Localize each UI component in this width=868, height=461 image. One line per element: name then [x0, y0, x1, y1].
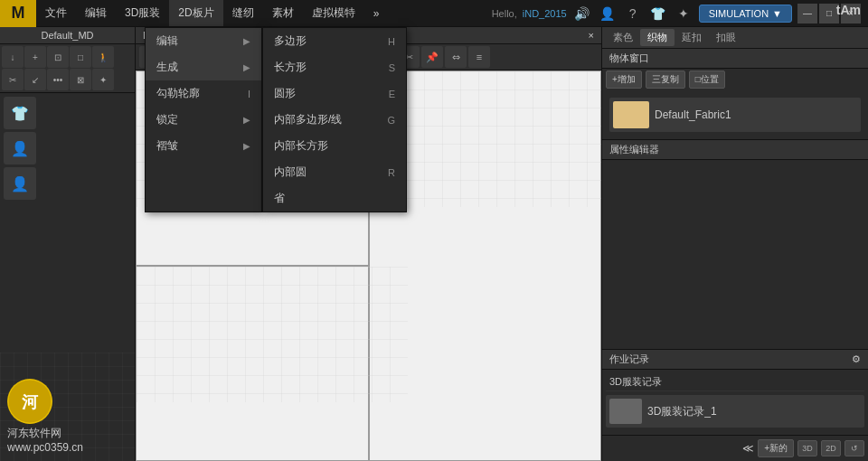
fabric-section: tAm Default_Fabric1	[602, 90, 868, 139]
tool-add[interactable]: +	[24, 46, 46, 68]
menu-sewing[interactable]: 缝纫	[223, 0, 263, 26]
outline-label: 勾勒轮廓	[156, 86, 200, 101]
2d-view-button[interactable]: 2D	[821, 440, 841, 456]
outline-shortcut: I	[248, 89, 250, 99]
ct-pin[interactable]: 📌	[421, 46, 443, 68]
menu-virtual-model[interactable]: 虚拟模特	[303, 0, 364, 26]
center-close-icon[interactable]: ×	[589, 30, 594, 41]
add-fabric-button[interactable]: +增加	[606, 71, 642, 89]
lock-label: 锁定	[156, 112, 178, 127]
fabric-item[interactable]: Default_Fabric1	[609, 98, 861, 132]
top-bar: M 文件 编辑 3D服装 2D板片 缝纫 素材 虚拟模特 » Hello, iN…	[0, 0, 868, 27]
main-layout: Default_MD ↓ + ⊡ □ 🚶 ✂ ↙ ••• ⊠ ✦ 👕 👤 👤	[0, 27, 868, 461]
refresh-view-button[interactable]: ↺	[844, 440, 864, 456]
edit-label: 编辑	[156, 33, 178, 49]
watermark-text2: www.pc0359.cn	[7, 441, 83, 454]
attr-editor-content	[602, 160, 868, 349]
work-log-title: 作业记录 ⚙	[602, 350, 868, 370]
simulation-button[interactable]: SIMULATION ▼	[699, 5, 792, 23]
tool-cut[interactable]: ✂	[2, 69, 24, 90]
collapse-icon[interactable]: ≪	[742, 442, 754, 455]
username: iND_2015	[523, 8, 567, 19]
tool-more[interactable]: •••	[47, 69, 69, 90]
sound-icon[interactable]: 🔊	[572, 4, 592, 24]
menu-edit[interactable]: 编辑	[76, 0, 116, 26]
person-icon-1[interactable]: 👤	[4, 132, 36, 165]
pleat-arrow: ▶	[243, 141, 250, 151]
dart-label: 省	[274, 191, 285, 206]
left-panel-title: Default_MD	[0, 27, 135, 44]
watermark: 河 河东软件网 www.pc0359.cn	[7, 379, 83, 454]
new-button[interactable]: +新的	[758, 439, 794, 457]
menu-more[interactable]: »	[364, 0, 389, 26]
garment-log-item[interactable]: 3D服装记录_1	[606, 395, 864, 428]
tool-figure1[interactable]: 🚶	[92, 46, 114, 68]
person-icon-2[interactable]: 👤	[4, 167, 36, 200]
rectangle-shortcut: S	[389, 62, 395, 73]
tool-grid[interactable]: ⊡	[47, 46, 69, 68]
submenu-rectangle[interactable]: 长方形 S	[263, 54, 406, 80]
tab-fabric[interactable]: 织物	[640, 29, 675, 46]
work-log-icon[interactable]: ⚙	[852, 353, 861, 365]
svg-rect-3	[137, 267, 408, 402]
submenu-dart[interactable]: 省	[263, 185, 406, 212]
star-icon[interactable]: ✦	[674, 4, 693, 24]
shirt-icon-left[interactable]: 👕	[4, 97, 36, 129]
attr-editor-title: 属性编辑器	[602, 139, 868, 160]
menu-material[interactable]: 素材	[263, 0, 303, 26]
fabric-name: Default_Fabric1	[655, 108, 731, 121]
tool-arrow[interactable]: ↙	[24, 69, 46, 90]
menu-bar: 文件 编辑 3D服装 2D板片 缝纫 素材 虚拟模特 »	[36, 0, 492, 26]
ct-mirror[interactable]: ⇔	[445, 46, 467, 68]
user-icon[interactable]: 👤	[598, 4, 618, 24]
simulation-label: SIMULATION	[709, 8, 769, 19]
right-panel: 素色 织物 延扣 扣眼 物体窗口 +增加 三复制 □位置 tAm Default…	[601, 27, 868, 461]
help-icon[interactable]: ?	[623, 4, 643, 24]
tool-star[interactable]: ✦	[92, 69, 114, 90]
position-button[interactable]: □位置	[689, 71, 725, 89]
copy-fabric-button[interactable]: 三复制	[646, 71, 685, 89]
inner-rectangle-label: 内部长方形	[274, 138, 328, 154]
submenu-polygon[interactable]: 多边形 H	[263, 28, 406, 54]
menu-item-edit[interactable]: 编辑 ▶	[146, 28, 261, 54]
menu-item-lock[interactable]: 锁定 ▶	[146, 107, 261, 133]
tool-cross[interactable]: ⊠	[70, 69, 91, 90]
tab-buttonhole[interactable]: 扣眼	[709, 29, 743, 46]
level1-menu: 编辑 ▶ 生成 ▶ 勾勒轮廓 I 锁定 ▶ 褶皱 ▶	[145, 27, 262, 212]
3d-view-button[interactable]: 3D	[797, 440, 817, 456]
menu-3d-garment[interactable]: 3D服装	[116, 0, 169, 26]
menu-item-outline[interactable]: 勾勒轮廓 I	[146, 80, 261, 107]
inner-circle-shortcut: R	[388, 167, 395, 178]
work-log-section: 作业记录 ⚙ 3D服装记录 3D服装记录_1 ≪ +新的 3D 2D ↺	[602, 349, 868, 461]
generate-arrow: ▶	[243, 62, 250, 72]
polygon-shortcut: H	[388, 36, 395, 47]
submenu-circle[interactable]: 圆形 E	[263, 80, 406, 107]
right-content: 物体窗口 +增加 三复制 □位置 tAm Default_Fabric1 属性编…	[602, 49, 868, 349]
shirt-icon[interactable]: 👕	[648, 4, 668, 24]
circle-shortcut: E	[389, 89, 395, 99]
minimize-button[interactable]: —	[797, 4, 817, 24]
circle-label: 圆形	[274, 86, 296, 101]
edit-arrow: ▶	[243, 36, 250, 46]
right-tabs: 素色 织物 延扣 扣眼	[602, 27, 868, 49]
submenu-inner-polygon[interactable]: 内部多边形/线 G	[263, 107, 406, 133]
tool-square[interactable]: □	[70, 46, 91, 68]
menu-item-generate[interactable]: 生成 ▶	[146, 54, 261, 80]
inner-polygon-shortcut: G	[387, 115, 395, 126]
tool-down-arrow[interactable]: ↓	[2, 46, 24, 68]
generate-label: 生成	[156, 60, 178, 75]
tab-button[interactable]: 延扣	[675, 29, 709, 46]
top-right-area: Hello, iND_2015 🔊 👤 ? 👕 ✦ SIMULATION ▼ —…	[492, 4, 868, 24]
menu-2d-panel[interactable]: 2D板片	[169, 0, 222, 26]
menu-item-pleat[interactable]: 褶皱 ▶	[146, 133, 261, 159]
garment-log-title: 3D服装记录	[606, 373, 864, 391]
ct-arrange[interactable]: ≡	[468, 46, 490, 68]
tam-text: tAm	[836, 3, 861, 17]
context-menu-container: 编辑 ▶ 生成 ▶ 勾勒轮廓 I 锁定 ▶ 褶皱 ▶ 多边形	[145, 27, 407, 212]
menu-file[interactable]: 文件	[36, 0, 76, 26]
fabric-preview	[613, 101, 649, 128]
tab-plain[interactable]: 素色	[606, 29, 640, 46]
simulation-arrow: ▼	[772, 8, 782, 19]
submenu-inner-circle[interactable]: 内部圆 R	[263, 159, 406, 185]
submenu-inner-rectangle[interactable]: 内部长方形	[263, 133, 406, 159]
